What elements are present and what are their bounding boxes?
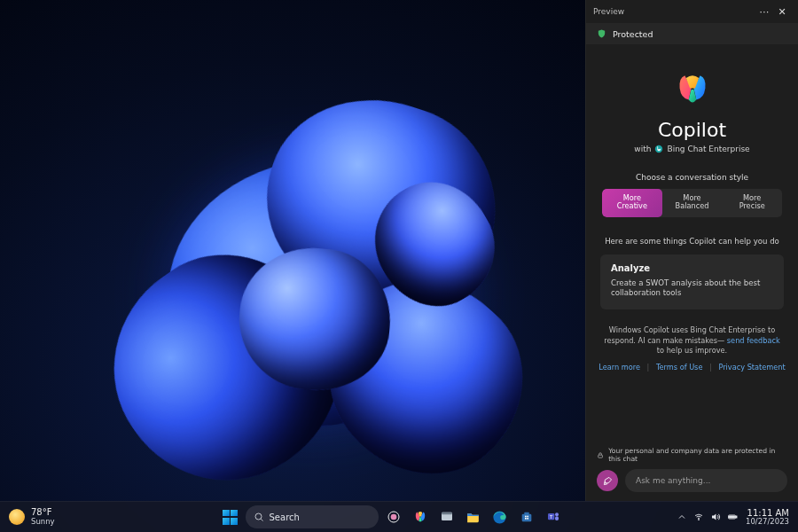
svg-text:T: T [549,514,553,520]
task-view-button[interactable] [382,505,405,528]
svg-rect-17 [555,516,559,520]
copilot-title: Preview [593,7,624,16]
suggestions-heading: Here are some things Copilot can help yo… [597,237,787,246]
privacy-link[interactable]: Privacy Statement [718,363,785,372]
system-tray[interactable] [677,512,738,522]
store-icon [520,510,534,524]
suggestion-card-title: Analyze [611,263,773,273]
svg-rect-8 [521,514,531,522]
clock-date: 10/27/2023 [746,518,789,526]
svg-rect-6 [442,512,452,515]
copilot-app-name: Copilot [658,119,726,141]
suggestion-card[interactable]: Analyze Create a SWOT analysis about the… [600,254,784,309]
search-icon [254,512,264,522]
battery-icon [727,512,738,522]
bing-icon [654,145,663,153]
store-button[interactable] [515,505,538,528]
svg-rect-9 [524,512,528,515]
close-button[interactable]: ✕ [773,6,791,18]
svg-rect-11 [527,516,528,518]
copilot-titlebar: Preview ⋯ ✕ [586,0,798,23]
style-creative[interactable]: More Creative [602,189,662,217]
sun-icon [9,509,25,525]
new-topic-button[interactable] [597,470,618,491]
svg-point-4 [390,514,396,520]
taskbar-center: Search [106,505,677,528]
style-precise[interactable]: More Precise [722,189,782,217]
clock[interactable]: 11:11 AM 10/27/2023 [746,508,789,526]
copilot-taskbar-icon [412,509,428,525]
wifi-icon [693,512,704,522]
copilot-panel: Preview ⋯ ✕ Protected [585,0,798,501]
learn-more-link[interactable]: Learn more [598,363,640,372]
app-icon [440,510,454,524]
edge-button[interactable] [489,505,512,528]
shield-icon [597,28,606,39]
protected-label: Protected [613,29,653,39]
svg-point-16 [555,512,559,516]
svg-rect-13 [527,518,528,520]
taskbar: 78°F Sunny Search [0,501,798,532]
folder-icon [466,510,481,525]
protection-note: Your personal and company data are prote… [597,447,787,463]
weather-widget[interactable]: 78°F Sunny [0,508,106,525]
svg-rect-10 [525,516,527,518]
style-selector: More Creative More Balanced More Precise [602,189,782,217]
copilot-taskbar-button[interactable] [409,505,432,528]
disclaimer-text: Windows Copilot uses Bing Chat Enterpris… [602,325,782,356]
svg-rect-20 [736,516,737,518]
pinned-app-1[interactable] [435,505,458,528]
teams-button[interactable]: T [542,505,565,528]
style-heading: Choose a conversation style [597,173,787,182]
send-feedback-link[interactable]: send feedback [727,336,780,345]
volume-icon [710,512,721,522]
svg-point-0 [655,145,662,153]
taskbar-search[interactable]: Search [246,505,379,528]
copilot-logo-icon [672,69,713,110]
protected-banner: Protected [586,23,798,44]
search-label: Search [270,512,300,522]
footer-links: Learn more | Terms of Use | Privacy Stat… [597,363,787,372]
task-view-icon [387,510,401,524]
edge-icon [492,510,507,525]
start-button[interactable] [219,505,242,528]
weather-cond: Sunny [31,518,55,526]
file-explorer-button[interactable] [462,505,485,528]
svg-point-2 [255,513,262,520]
chevron-up-icon [677,512,687,522]
teams-icon: T [546,510,560,524]
wallpaper-bloom [62,53,559,514]
svg-point-18 [699,520,700,520]
lock-icon [597,451,604,459]
style-balanced[interactable]: More Balanced [662,189,723,217]
terms-link[interactable]: Terms of Use [656,363,703,372]
copilot-subline: with Bing Chat Enterprise [634,145,749,153]
broom-icon [603,476,613,486]
svg-rect-21 [730,516,735,518]
windows-logo-icon [223,510,238,525]
prompt-input[interactable] [625,469,787,492]
more-button[interactable]: ⋯ [755,6,773,18]
svg-rect-1 [598,455,603,458]
svg-rect-12 [525,518,527,520]
suggestion-card-body: Create a SWOT analysis about the best co… [611,278,773,299]
